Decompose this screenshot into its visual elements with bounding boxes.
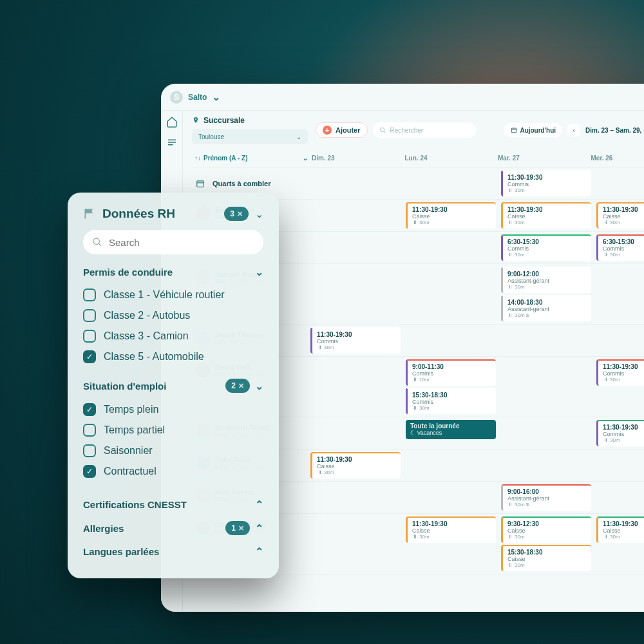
filter-option[interactable]: Classe 3 - Camion [83, 326, 263, 346]
schedule-cell[interactable] [403, 232, 498, 263]
checkbox[interactable] [83, 309, 96, 322]
schedule-cell[interactable]: 11:30-19:30Caisse ⏸30m [594, 200, 644, 231]
home-icon[interactable] [166, 116, 178, 128]
shift-card[interactable]: 6:30-15:30Commis ⏸30m [501, 234, 591, 261]
schedule-cell[interactable] [308, 417, 403, 449]
filter-option[interactable]: ✓ Contractuel [83, 461, 263, 482]
shift-card[interactable]: 15:30-18:30Commis ⏸30m [406, 388, 496, 414]
search-input[interactable]: Rechercher [373, 122, 476, 138]
schedule-cell[interactable] [403, 450, 498, 481]
schedule-cell[interactable] [308, 200, 403, 231]
list-icon[interactable] [166, 137, 178, 148]
shift-card[interactable]: 11:30-19:30Caisse ⏸30m [501, 202, 591, 229]
checkbox[interactable] [83, 444, 96, 457]
shift-card[interactable]: 11:30-19:30Caisse ⏸30m [310, 452, 401, 478]
schedule-cell[interactable] [403, 325, 498, 356]
checkbox[interactable]: ✓ [83, 403, 96, 416]
schedule-cell[interactable] [498, 325, 594, 356]
branch-label: Succursale [192, 116, 308, 125]
schedule-cell[interactable]: 11:30-19:30Caisse ⏸30m [594, 514, 644, 574]
shift-card[interactable]: 11:30-19:30Caisse ⏸30m [406, 202, 496, 229]
today-button[interactable]: Aujourd'hui [504, 123, 562, 137]
shift-card[interactable]: 9:00-11:30Commis ⏸10m [406, 359, 496, 386]
schedule-cell[interactable]: 9:00-16:00Assistant-gérant ⏸30m $ [498, 482, 594, 513]
schedule-cell[interactable] [308, 514, 403, 574]
shift-card[interactable]: 11:30-19:30Commis ⏸30m [596, 420, 644, 446]
shift-card[interactable]: 9:00-12:00Assistant-gérant ⏸30m [501, 267, 591, 293]
shift-allday[interactable]: Toute la journée☾ Vacances [406, 420, 496, 439]
filter-option[interactable]: ✓ Temps plein [83, 399, 263, 420]
svg-point-3 [380, 128, 384, 131]
schedule-cell[interactable]: 6:30-15:30Commis ⏸30m [594, 232, 644, 263]
filter-group-collapsed[interactable]: Langues parlées ⌃ [83, 540, 263, 563]
filter-option[interactable]: Classe 1 - Véhicule routier [83, 285, 263, 305]
checkbox[interactable] [83, 330, 96, 343]
brand-menu-chevron-icon[interactable]: ⌄ [212, 91, 220, 103]
close-icon[interactable]: ✕ [237, 210, 243, 218]
day-header: Mar. 27 [494, 152, 587, 164]
shift-card[interactable]: 14:00-18:30Assistant-gérant ⏸30m $ [501, 295, 591, 321]
schedule-cell[interactable]: 11:30-19:30Commis ⏸30m [594, 417, 644, 449]
schedule-cell[interactable]: 6:30-15:30Commis ⏸30m [498, 232, 594, 263]
group-badge[interactable]: 2✕ [225, 379, 250, 393]
checkbox[interactable]: ✓ [83, 465, 96, 478]
schedule-cell[interactable] [308, 357, 403, 417]
checkbox[interactable] [83, 424, 96, 437]
chevron-down-icon[interactable]: ⌄ [255, 208, 263, 220]
shift-card[interactable]: 11:30-19:30Commis ⏸30m [310, 327, 401, 354]
svg-line-11 [99, 243, 101, 246]
schedule-cell[interactable]: 11:30-19:30Caisse ⏸30m [403, 514, 498, 574]
schedule-cell[interactable]: 11:30-19:30Caisse ⏸30m [403, 200, 498, 231]
schedule-cell[interactable] [308, 264, 403, 324]
shift-card[interactable]: 15:30-18:30Caisse ⏸30m [501, 545, 591, 571]
sort-dropdown[interactable]: ↑↓Prénom (A - Z)⌄ [192, 152, 308, 164]
filter-option[interactable]: Temps partiel [83, 420, 263, 440]
schedule-cell[interactable] [594, 325, 644, 356]
active-filters-badge[interactable]: 3✕ [224, 207, 249, 221]
schedule-cell[interactable] [498, 450, 594, 481]
checkbox[interactable] [83, 289, 96, 301]
shift-card[interactable]: 9:30-12:30Caisse ⏸30m [501, 516, 591, 543]
schedule-cell[interactable] [308, 482, 403, 513]
filter-group-header[interactable]: Situation d'emploi2✕ ⌄ [83, 379, 263, 393]
filter-option[interactable]: Saisonnier [83, 440, 263, 461]
schedule-cell[interactable] [594, 450, 644, 481]
schedule-cell[interactable] [403, 264, 498, 324]
schedule-cell[interactable]: 9:30-12:30Caisse ⏸30m 15:30-18:30Caisse … [498, 514, 594, 574]
group-badge[interactable]: 1✕ [225, 521, 250, 535]
schedule-cell[interactable]: 11:30-19:30Commis ⏸30m [308, 325, 403, 356]
filter-group-collapsed[interactable]: Allergies1✕ ⌃ [83, 516, 263, 540]
filter-search-input[interactable] [83, 230, 263, 254]
checkbox[interactable]: ✓ [83, 350, 96, 363]
schedule-cell[interactable]: 11:30-19:30Commis ⏸30m [594, 357, 644, 417]
filter-option[interactable]: ✓ Classe 5 - Automobile [83, 346, 263, 367]
shift-card[interactable]: 9:00-16:00Assistant-gérant ⏸30m $ [501, 484, 591, 511]
shift-card[interactable]: 11:30-19:30Caisse ⏸30m [406, 516, 496, 543]
date-range[interactable]: Dim. 23 – Sam. 29, nov. 2022⌄ [585, 127, 644, 134]
add-button[interactable]: + Ajouter [316, 122, 368, 138]
schedule-cell[interactable] [498, 357, 594, 417]
schedule-cell[interactable] [403, 482, 498, 513]
schedule-cell[interactable]: Toute la journée☾ Vacances [403, 417, 498, 449]
filter-group-header[interactable]: Permis de conduire ⌄ [83, 266, 263, 278]
schedule-cell[interactable]: 11:30-19:30Caisse ⏸30m [498, 200, 594, 231]
panel-title: Données RH [102, 207, 218, 221]
chevron-down-icon: ⌄ [255, 380, 263, 392]
brand-logo: S [170, 91, 183, 104]
schedule-cell[interactable]: 11:30-19:30Caisse ⏸30m [308, 450, 403, 481]
branch-select[interactable]: Toulouse⌄ [192, 129, 308, 144]
shift-card[interactable]: 11:30-19:30Commis ⏸30m [596, 359, 644, 386]
schedule-cell[interactable]: 9:00-12:00Assistant-gérant ⏸30m 14:00-18… [498, 264, 594, 324]
schedule-cell[interactable]: 9:00-11:30Commis ⏸10m 15:30-18:30Commis … [403, 357, 498, 417]
schedule-cell[interactable] [498, 417, 594, 449]
shift-card[interactable]: 11:30-19:30Caisse ⏸30m [596, 202, 644, 229]
schedule-cell[interactable] [308, 232, 403, 263]
schedule-cell[interactable] [594, 482, 644, 513]
schedule-cell[interactable] [594, 264, 644, 324]
filter-group-collapsed[interactable]: Certifications CNESST ⌃ [83, 493, 263, 516]
filter-option[interactable]: Classe 2 - Autobus [83, 305, 263, 326]
shift-card[interactable]: 11:30-19:30Caisse ⏸30m [596, 516, 644, 543]
shift-card[interactable]: 11:30-19:30Commis ⏸30m [501, 170, 591, 196]
prev-week-button[interactable]: ‹ [567, 124, 580, 137]
shift-card[interactable]: 6:30-15:30Commis ⏸30m [596, 234, 644, 261]
